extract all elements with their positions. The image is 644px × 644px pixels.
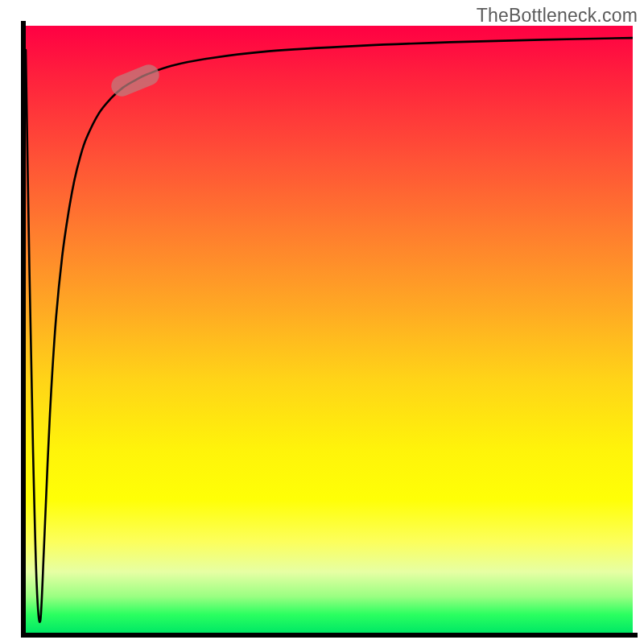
curve-layer	[26, 26, 633, 633]
y-axis	[21, 21, 26, 638]
bottleneck-curve	[26, 38, 633, 622]
chart-stage: TheBottleneck.com	[0, 0, 644, 644]
x-axis	[21, 633, 638, 638]
watermark-text: TheBottleneck.com	[477, 5, 638, 27]
